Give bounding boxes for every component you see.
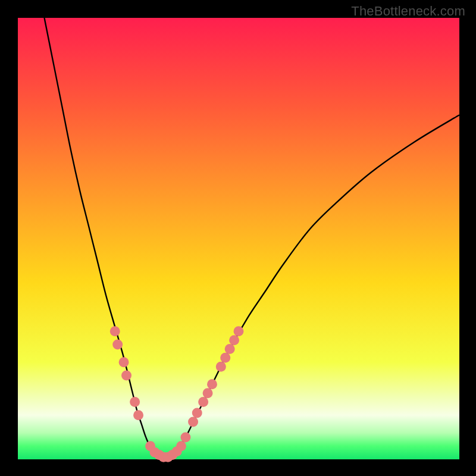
highlight-dot <box>216 362 226 372</box>
highlight-dot <box>130 397 140 407</box>
highlight-dot <box>229 335 239 345</box>
highlight-dot <box>119 357 129 367</box>
watermark-text: TheBottleneck.com <box>351 4 465 19</box>
highlight-dot <box>188 416 198 427</box>
highlight-dot <box>225 344 235 354</box>
highlight-dot <box>220 353 230 363</box>
highlight-dot <box>133 410 143 420</box>
highlight-dot <box>110 326 120 336</box>
highlight-dot <box>234 326 244 336</box>
highlight-dot <box>176 441 186 451</box>
plot-background <box>18 18 459 459</box>
highlight-dot <box>203 388 213 398</box>
highlight-dot <box>192 408 202 418</box>
highlight-dot <box>112 340 123 350</box>
highlight-dot <box>180 432 190 442</box>
highlight-dot <box>207 379 217 389</box>
highlight-dot <box>121 371 131 381</box>
bottleneck-chart <box>0 0 476 476</box>
highlight-dot <box>198 397 208 407</box>
chart-stage: TheBottleneck.com <box>0 0 476 476</box>
